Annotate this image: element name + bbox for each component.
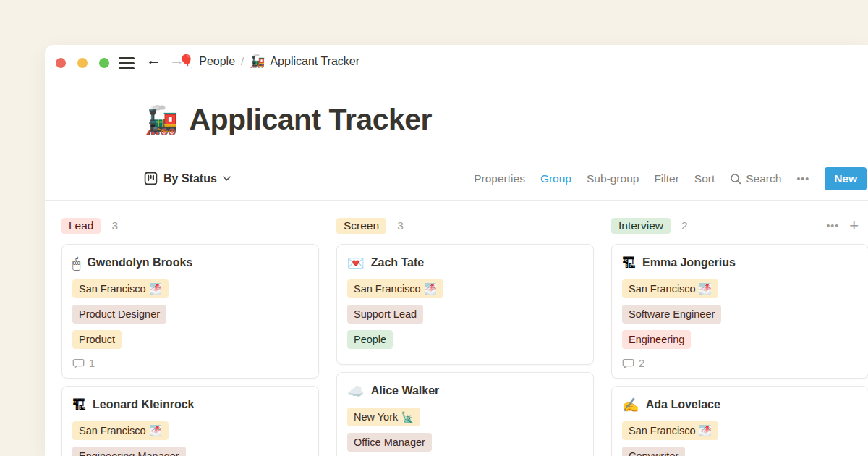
column-screen: Screen 3 💌 Zach Tate San Francisco 🌁 Sup… [336, 216, 594, 456]
column-count-interview: 2 [681, 219, 688, 232]
column-add-icon[interactable]: + [849, 219, 859, 233]
view-switcher[interactable]: By Status [144, 172, 231, 185]
zoom-window-button[interactable] [99, 58, 109, 68]
view-switcher-label: By Status [163, 172, 217, 185]
breadcrumb-separator: / [241, 55, 244, 67]
breadcrumb: 🎈 People / 🚂 Applicant Tracker [179, 54, 359, 69]
tag-role: Office Manager [347, 433, 432, 452]
column-interview: Interview 2 ••• + 🏗 Emma Jongerius San F… [611, 216, 868, 456]
card-name: Emma Jongerius [642, 256, 736, 269]
column-count-lead: 3 [111, 219, 118, 232]
view-toolbar: By Status Properties Group Sub-group Fil… [144, 166, 867, 190]
toolbar-filter[interactable]: Filter [654, 172, 678, 185]
page-locomotive-icon[interactable]: 🚂 [144, 106, 178, 134]
comment-icon [72, 358, 85, 369]
card-name: Alice Walker [371, 384, 440, 397]
card-emma-jongerius[interactable]: 🏗 Emma Jongerius San Francisco 🌁 Softwar… [611, 244, 868, 379]
column-actions: ••• + [826, 219, 868, 233]
more-icon[interactable]: ••• [796, 173, 809, 185]
column-screen-header: Screen 3 [336, 216, 594, 235]
chevron-down-icon [223, 176, 231, 181]
breadcrumb-page-label: Applicant Tracker [270, 55, 359, 68]
card-name: Gwendolyn Brooks [87, 256, 192, 269]
tag-role: Software Engineer [622, 305, 721, 324]
search-label: Search [746, 172, 781, 185]
breadcrumb-root[interactable]: 🎈 People [179, 54, 235, 69]
mouse-icon: 🖱 [72, 256, 80, 270]
close-window-button[interactable] [56, 58, 66, 68]
comment-count: 1 [72, 358, 308, 369]
card-gwendolyn-brooks[interactable]: 🖱 Gwendolyn Brooks San Francisco 🌁 Produ… [61, 244, 319, 379]
card-zach-tate[interactable]: 💌 Zach Tate San Francisco 🌁 Support Lead… [336, 244, 594, 365]
new-button[interactable]: New [825, 167, 867, 190]
column-lead: Lead 3 🖱 Gwendolyn Brooks San Francisco … [61, 216, 319, 456]
breadcrumb-root-label: People [199, 55, 235, 68]
toolbar-sort[interactable]: Sort [694, 172, 715, 185]
card-leonard-kleinrock[interactable]: 🏗 Leonard Kleinrock San Francisco 🌁 Engi… [61, 386, 319, 456]
column-lead-header: Lead 3 [61, 216, 319, 235]
page-title[interactable]: Applicant Tracker [189, 103, 432, 137]
search-icon [730, 173, 741, 185]
column-interview-header: Interview 2 ••• + [611, 216, 868, 235]
love-letter-icon: 💌 [347, 256, 365, 270]
search-button[interactable]: Search [730, 172, 781, 185]
tag-location: San Francisco 🌁 [347, 279, 443, 298]
back-arrow-icon[interactable]: ← [146, 52, 161, 68]
card-name: Ada Lovelace [646, 398, 720, 411]
toolbar-subgroup[interactable]: Sub-group [587, 172, 639, 185]
comment-icon [622, 358, 634, 369]
toolbar-divider [45, 200, 868, 201]
breadcrumb-page[interactable]: 🚂 Applicant Tracker [250, 54, 359, 69]
card-name: Zach Tate [371, 256, 425, 269]
card-name: Leonard Kleinrock [93, 398, 194, 411]
locomotive-icon: 🚂 [250, 54, 265, 69]
tag-location: New York 🗽 [347, 408, 420, 426]
cloud-icon: ☁️ [347, 384, 365, 398]
writing-hand-icon: ✍️ [622, 398, 639, 412]
comment-count: 2 [622, 358, 858, 369]
column-pill-screen[interactable]: Screen [336, 218, 386, 234]
board-view-icon [144, 172, 158, 185]
column-more-icon[interactable]: ••• [826, 220, 839, 232]
page-header: 🚂 Applicant Tracker [144, 103, 432, 137]
tag-location: San Francisco 🌁 [622, 279, 718, 298]
column-count-screen: 3 [397, 219, 404, 232]
toolbar-actions: Properties Group Sub-group Filter Sort S… [474, 167, 867, 190]
card-ada-lovelace[interactable]: ✍️ Ada Lovelace San Francisco 🌁 Copywrit… [611, 386, 868, 456]
crane-icon: 🏗 [72, 398, 86, 412]
tag-team: Engineering [622, 330, 691, 349]
toolbar-properties[interactable]: Properties [474, 172, 525, 185]
column-pill-lead[interactable]: Lead [61, 218, 101, 234]
tag-team: People [347, 330, 393, 349]
tag-role: Engineering Manager [72, 447, 186, 456]
minimize-window-button[interactable] [77, 58, 88, 68]
tag-location: San Francisco 🌁 [72, 279, 169, 298]
kanban-board: Lead 3 🖱 Gwendolyn Brooks San Francisco … [45, 216, 868, 456]
tag-role: Copywriter [622, 447, 685, 456]
app-window: ← → 🎈 People / 🚂 Applicant Tracker 🚂 App… [45, 45, 868, 456]
tag-team: Product [72, 330, 122, 349]
column-pill-interview[interactable]: Interview [611, 218, 671, 234]
tag-role: Product Designer [72, 305, 166, 324]
tag-location: San Francisco 🌁 [72, 421, 169, 440]
balloon-icon: 🎈 [179, 54, 194, 69]
window-controls [56, 58, 121, 68]
toolbar-group[interactable]: Group [540, 172, 571, 185]
card-alice-walker[interactable]: ☁️ Alice Walker New York 🗽 Office Manage… [336, 372, 594, 456]
tag-role: Support Lead [347, 305, 423, 324]
sidebar-menu-icon[interactable] [119, 57, 135, 72]
tag-location: San Francisco 🌁 [622, 421, 718, 440]
crane-icon: 🏗 [622, 256, 636, 270]
